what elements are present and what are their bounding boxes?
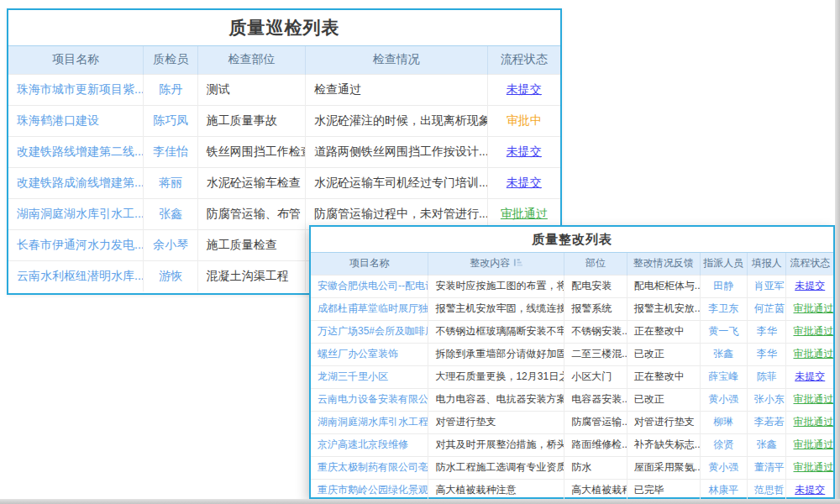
status-cell[interactable]: 审批通过 (786, 411, 833, 433)
project-cell[interactable]: 珠海鹤港口建设 (8, 105, 144, 136)
assignee-cell[interactable]: 黄一飞 (700, 320, 747, 343)
assignee-cell[interactable]: 徐贤 (700, 433, 747, 456)
part-cell: 小区大门 (564, 365, 627, 388)
quality-rectify-table: 项目名称整改内容部位整改情况反馈指派人员填报人流程状态 安徽合肥供电公司--配电… (311, 253, 833, 501)
feedback-cell: 已改正 (627, 388, 700, 411)
part-cell: 施工质量检查 (197, 229, 305, 260)
project-cell[interactable]: 螺丝厂办公室装饰 (311, 343, 428, 365)
project-cell[interactable]: 改建铁路线增建第二线... (8, 136, 144, 167)
assignee-cell[interactable]: 黄小强 (700, 456, 747, 479)
reporter-cell[interactable]: 陈菲 (747, 365, 786, 388)
col-header-status: 流程状态 (786, 253, 833, 275)
table-row: 成都杜甫草堂临时展厅独立展...报警主机安放牢固，线缆连接...报警系统报警主机… (311, 297, 833, 320)
col-header-project: 项目名称 (311, 253, 428, 275)
feedback-cell: 屋面采用聚氨... (627, 456, 700, 479)
col-header-label: 整改内容 (470, 257, 510, 269)
assignee-cell[interactable]: 林康平 (700, 479, 747, 501)
feedback-cell: 已改正 (627, 343, 700, 365)
project-cell[interactable]: 龙湖三千里小区 (311, 365, 428, 388)
status-cell[interactable]: 审批通过 (786, 388, 833, 411)
project-cell[interactable]: 成都杜甫草堂临时展厅独立展... (311, 297, 428, 320)
status-cell[interactable]: 审批中 (487, 105, 560, 136)
situation-cell: 检查通过 (305, 74, 487, 105)
col-header-label: 项目名称 (349, 257, 390, 269)
reporter-cell[interactable]: 何芷茵 (747, 297, 786, 320)
inspector-cell[interactable]: 余小琴 (144, 229, 197, 260)
project-cell[interactable]: 长春市伊通河水力发电... (8, 229, 144, 260)
col-header-status: 流程状态 (487, 46, 560, 74)
assignee-cell[interactable]: 柳琳 (700, 411, 747, 433)
situation-cell: 水泥砼运输车司机经过专门培训... (305, 167, 487, 198)
status-cell[interactable]: 审批通过 (786, 343, 833, 365)
col-header-assignee: 指派人员 (700, 253, 747, 275)
part-cell: 防腐管运输、布管 (197, 198, 305, 229)
status-cell[interactable]: 未提交 (487, 136, 560, 167)
reporter-cell[interactable]: 董清平 (747, 456, 786, 479)
reporter-cell[interactable]: 李华 (747, 320, 786, 343)
status-cell[interactable]: 审批通过 (786, 433, 833, 456)
project-cell[interactable]: 珠海市城市更新项目紫... (8, 74, 144, 105)
inspector-cell[interactable]: 游恢 (144, 260, 197, 291)
part-cell: 水泥砼运输车检查 (197, 167, 305, 198)
project-cell[interactable]: 重庆太极制药有限公司亳州中... (311, 456, 428, 479)
table-row: 安徽合肥供电公司--配电设备...安装时应按施工图的布置，将...配电安装配电柜… (311, 275, 833, 297)
col-header-feedback: 整改情况反馈 (627, 253, 700, 275)
content-cell: 拆除到承重墙部分请做好加固... (428, 343, 564, 365)
assignee-cell[interactable]: 薛宝峰 (700, 365, 747, 388)
inspector-cell[interactable]: 陈巧凤 (144, 105, 197, 136)
content-cell: 报警主机安放牢固，线缆连接... (428, 297, 564, 320)
part-cell: 防水 (564, 456, 627, 479)
project-cell[interactable]: 改建铁路成渝线增建第... (8, 167, 144, 198)
window-edge-bottom (0, 499, 840, 504)
reporter-cell[interactable]: 肖亚军 (747, 275, 786, 297)
project-cell[interactable]: 湖南洞庭湖水库引水工... (8, 198, 144, 229)
inspector-cell[interactable]: 张鑫 (144, 198, 197, 229)
rectify-table-body: 安徽合肥供电公司--配电设备...安装时应按施工图的布置，将...配电安装配电柜… (311, 275, 833, 501)
project-cell[interactable]: 安徽合肥供电公司--配电设备... (311, 275, 428, 297)
col-header-project: 项目名称 (8, 46, 144, 74)
status-cell[interactable]: 审批通过 (786, 456, 833, 479)
feedback-cell: 补齐缺失标志... (627, 433, 700, 456)
table-row: 湖南洞庭湖水库引水工程施工I标对管进行垫支防腐管运输...对管进行垫支柳琳李若若… (311, 411, 833, 433)
table-row: 珠海鹤港口建设陈巧凤施工质量事故水泥砼灌注的时候，出现离析现象审批中 (8, 105, 560, 136)
project-cell[interactable]: 京沪高速北京段维修 (311, 433, 428, 456)
status-cell[interactable]: 未提交 (786, 275, 833, 297)
col-header-label: 质检员 (153, 52, 188, 66)
project-cell[interactable]: 重庆市鹅岭公园绿化景观提升... (311, 479, 428, 501)
col-header-label: 部位 (585, 257, 606, 269)
col-header-label: 检查部位 (228, 52, 275, 66)
col-header-content[interactable]: 整改内容 (428, 253, 564, 275)
assignee-cell[interactable]: 黄小强 (700, 388, 747, 411)
reporter-cell[interactable]: 李若若 (747, 411, 786, 433)
assignee-cell[interactable]: 李卫东 (700, 297, 747, 320)
inspector-cell[interactable]: 蒋丽 (144, 167, 197, 198)
part-cell: 二至三楼混... (564, 343, 627, 365)
feedback-cell: 配电柜柜体与... (627, 275, 700, 297)
inspector-cell[interactable]: 李佳怡 (144, 136, 197, 167)
table-row: 重庆太极制药有限公司亳州中...防水工程施工选调有专业资质...防水屋面采用聚氨… (311, 456, 833, 479)
part-cell: 路面维修检... (564, 433, 627, 456)
status-cell[interactable]: 未提交 (487, 167, 560, 198)
assignee-cell[interactable]: 田静 (700, 275, 747, 297)
project-cell[interactable]: 万达广场35#会所及咖啡厅空... (311, 320, 428, 343)
status-cell[interactable]: 审批通过 (786, 320, 833, 343)
status-cell[interactable]: 未提交 (786, 365, 833, 388)
inspector-cell[interactable]: 陈丹 (144, 74, 197, 105)
content-cell: 对其及时开展整治措施，桥头... (428, 433, 564, 456)
status-cell[interactable]: 未提交 (487, 74, 560, 105)
part-cell: 测试 (197, 74, 305, 105)
project-cell[interactable]: 云南电力设备安装有限公司20... (311, 388, 428, 411)
col-header-label: 整改情况反馈 (633, 257, 694, 269)
status-cell[interactable]: 审批通过 (786, 297, 833, 320)
assignee-cell[interactable]: 张鑫 (700, 343, 747, 365)
reporter-cell[interactable]: 范思哲 (747, 479, 786, 501)
reporter-cell[interactable]: 张鑫 (747, 433, 786, 456)
part-cell: 不锈钢安装... (564, 320, 627, 343)
col-header-label: 指派人员 (703, 257, 743, 269)
status-cell[interactable]: 未提交 (786, 479, 833, 501)
project-cell[interactable]: 云南水利枢纽潜明水库... (8, 260, 144, 291)
table-row: 珠海市城市更新项目紫...陈丹测试检查通过未提交 (8, 74, 560, 105)
project-cell[interactable]: 湖南洞庭湖水库引水工程施工I标 (311, 411, 428, 433)
reporter-cell[interactable]: 张小东 (747, 388, 786, 411)
reporter-cell[interactable]: 李华 (747, 343, 786, 365)
